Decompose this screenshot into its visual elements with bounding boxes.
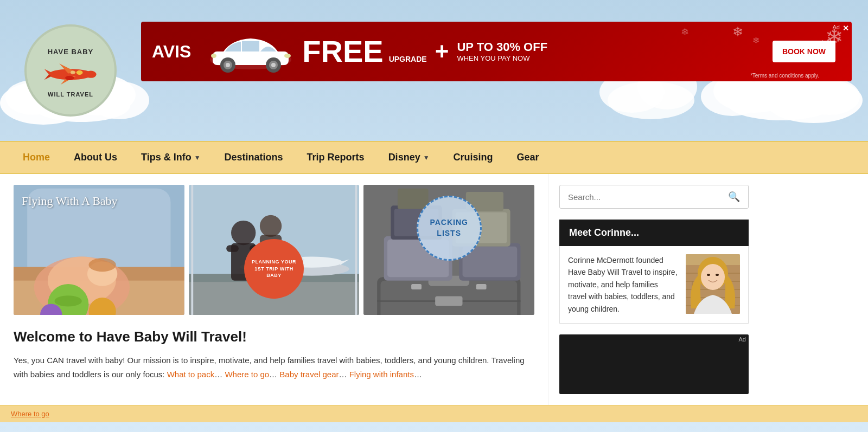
search-box: 🔍: [559, 185, 749, 209]
corinne-portrait: [686, 254, 740, 314]
svg-point-32: [284, 54, 291, 58]
svg-point-33: [211, 54, 216, 58]
svg-point-45: [88, 258, 116, 272]
card3-badge: PACKING LISTS: [417, 196, 482, 261]
ad-disclaimer: *Terms and conditions apply.: [750, 73, 819, 79]
svg-rect-80: [476, 284, 487, 289]
svg-point-95: [707, 274, 710, 276]
tips-dropdown-arrow: ▼: [194, 154, 201, 162]
welcome-text: Yes, you CAN travel with baby! Our missi…: [14, 353, 534, 381]
ad-offer: UP TO 30% OFF: [457, 41, 547, 54]
svg-point-57: [231, 221, 256, 245]
site-logo[interactable]: HAVE BABY: [24, 24, 117, 117]
link-baby-travel-gear[interactable]: Baby travel gear: [279, 370, 339, 379]
ad-text-group: FREE UPGRADE + UP TO 30% OFF WHEN YOU PA…: [302, 36, 773, 67]
svg-point-96: [716, 274, 719, 276]
logo-area[interactable]: HAVE BABY: [16, 24, 125, 117]
nav-item-trip-reports[interactable]: Trip Reports: [295, 142, 376, 173]
card1-overlay-text: Flying With A Baby: [22, 193, 118, 210]
link-where-to-go[interactable]: Where to go: [225, 370, 269, 379]
content-area: Flying With A Baby: [0, 174, 548, 405]
feature-card-flying[interactable]: Flying With A Baby: [14, 185, 184, 315]
nav-item-cruising[interactable]: Cruising: [442, 142, 505, 173]
meet-corinne-header: Meet Corinne...: [559, 220, 749, 246]
sidebar-ad: Ad: [559, 334, 749, 394]
nav-item-tips[interactable]: Tips & Info ▼: [129, 142, 213, 173]
bottom-navigation-bar: Where to go: [0, 405, 868, 422]
snowflake-decoration3: ❄: [681, 26, 689, 38]
svg-point-28: [226, 63, 230, 67]
ad-label: Ad: [833, 24, 840, 30]
svg-point-31: [271, 63, 276, 67]
svg-rect-59: [226, 245, 239, 252]
search-input[interactable]: [560, 187, 720, 207]
nav-item-gear[interactable]: Gear: [505, 142, 551, 173]
sidebar: 🔍 Meet Corinne... Corinne McDermott foun…: [548, 174, 760, 405]
svg-point-21: [76, 70, 83, 75]
main-navigation: Home About Us Tips & Info ▼ Destinations…: [0, 141, 868, 174]
ad-brand: AVIS: [152, 42, 191, 62]
svg-point-41: [55, 295, 82, 306]
ad-close-button[interactable]: ✕: [843, 24, 849, 33]
ad-banner: ❄ ❄ ❄ ❄ ❄ AVIS: [141, 22, 852, 81]
link-flying-with-infants[interactable]: Flying with infants: [349, 370, 414, 379]
ad-free-text: FREE: [302, 36, 383, 67]
ad-when: WHEN YOU PAY NOW: [457, 54, 547, 62]
logo-text-bottom: WILL TRAVEL: [48, 91, 93, 98]
sidebar-ad-report: Ad: [739, 336, 746, 343]
svg-point-61: [260, 215, 282, 237]
card2-badge: PLANNING YOUR 1ST TRIP WITH BABY: [244, 239, 304, 299]
header: HAVE BABY: [0, 0, 868, 141]
snowflake-right2: ❄: [818, 38, 827, 52]
feature-card-packing[interactable]: PACKING LISTS: [363, 185, 534, 315]
welcome-title: Welcome to Have Baby Will Travel!: [14, 328, 534, 345]
nav-item-home[interactable]: Home: [11, 142, 62, 173]
feature-card-planning[interactable]: PLANNING YOUR 1ST TRIP WITH BABY: [189, 185, 360, 315]
ad-upgrade-text: UPGRADE: [389, 55, 427, 64]
svg-rect-79: [411, 284, 422, 289]
snowflake-decoration2: ❄: [752, 35, 760, 46]
svg-rect-68: [436, 296, 463, 306]
svg-point-23: [65, 76, 74, 80]
meet-corinne-text: Corinne McDermott founded Have Baby Will…: [568, 254, 678, 315]
logo-text-top: HAVE BABY: [48, 48, 94, 56]
search-button[interactable]: 🔍: [720, 185, 748, 208]
ad-plus: +: [427, 38, 457, 65]
main-content: Flying With A Baby: [0, 174, 868, 405]
nav-item-disney[interactable]: Disney ▼: [376, 142, 442, 173]
svg-point-16: [86, 71, 97, 78]
feature-image-grid: Flying With A Baby: [14, 185, 534, 315]
svg-point-94: [701, 264, 725, 290]
disney-dropdown-arrow: ▼: [423, 154, 430, 162]
snowflake-decoration: ❄: [732, 24, 743, 40]
corinne-photo: [686, 254, 740, 314]
ad-car-image: [207, 30, 294, 73]
plane-icon: [43, 59, 98, 88]
nav-item-destinations[interactable]: Destinations: [213, 142, 295, 173]
svg-point-22: [71, 71, 75, 75]
meet-corinne-content: Corinne McDermott founded Have Baby Will…: [559, 246, 749, 324]
bottom-where-to-go[interactable]: Where to go: [11, 410, 49, 418]
link-what-to-pack[interactable]: What to pack: [167, 370, 215, 379]
nav-item-about[interactable]: About Us: [62, 142, 129, 173]
svg-rect-77: [398, 189, 429, 209]
